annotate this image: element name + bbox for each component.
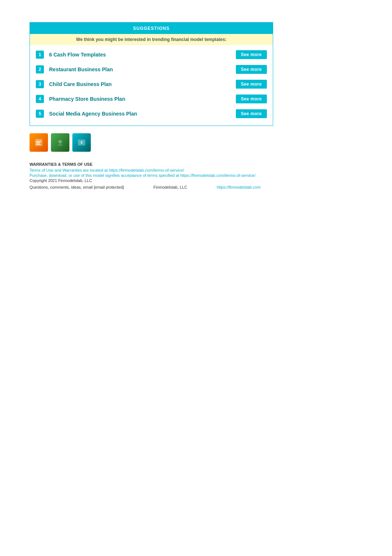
svg-point-4 [58, 140, 62, 144]
suggestions-title: SUGGESTIONS [133, 26, 169, 31]
suggestions-subtitle: We think you might be interested in tren… [30, 34, 273, 45]
see-more-button-2[interactable]: See more [236, 65, 267, 74]
svg-text:$: $ [80, 141, 82, 144]
suggestions-box: SUGGESTIONS We think you might be intere… [30, 22, 273, 126]
item-title-3: Child Care Business Plan [49, 81, 236, 87]
see-more-button-4[interactable]: See more [236, 95, 267, 103]
item-number-1: 1 [36, 51, 44, 59]
svg-rect-2 [36, 143, 40, 143]
item-title-2: Restaurant Business Plan [49, 66, 236, 72]
item-title-4: Pharmacy Store Business Plan [49, 96, 236, 102]
list-item: 5 Social Media Agency Business Plan See … [36, 106, 267, 121]
warranties-title: WARRANTIES & TERMS OF USE [30, 162, 362, 167]
thumbnail-1 [30, 133, 48, 152]
thumbnail-3: $ [72, 133, 91, 152]
terms-link-1[interactable]: Terms of Use and Warranties are located … [30, 168, 362, 172]
suggestions-list: 1 6 Cash Flow Templates See more 2 Resta… [30, 45, 273, 126]
copyright-text: Copyright 2021 Finmodelslab, LLC [30, 178, 362, 183]
list-item: 4 Pharmacy Store Business Plan See more [36, 92, 267, 106]
list-item: 3 Child Care Business Plan See more [36, 77, 267, 92]
list-item: 1 6 Cash Flow Templates See more [36, 47, 267, 62]
warranties-section: WARRANTIES & TERMS OF USE Terms of Use a… [30, 162, 362, 189]
svg-rect-3 [36, 144, 41, 145]
see-more-button-5[interactable]: See more [236, 109, 267, 118]
see-more-button-1[interactable]: See more [236, 50, 267, 59]
item-number-5: 5 [36, 110, 44, 118]
item-number-2: 2 [36, 65, 44, 73]
see-more-button-3[interactable]: See more [236, 80, 267, 89]
thumbnail-2 [51, 133, 69, 152]
company-name: Finmodelslab, LLC [154, 185, 188, 189]
item-number-3: 3 [36, 80, 44, 88]
terms-link-2[interactable]: Purchase, download, or use of this model… [30, 173, 362, 178]
item-title-1: 6 Cash Flow Templates [49, 52, 236, 58]
suggestions-header: SUGGESTIONS [30, 23, 273, 34]
contact-text: Questions, comments, ideas, email [email… [30, 185, 124, 189]
item-title-5: Social Media Agency Business Plan [49, 111, 236, 117]
website-link[interactable]: https://finmodelslab.com [217, 185, 261, 189]
list-item: 2 Restaurant Business Plan See more [36, 62, 267, 77]
footer-row: Questions, comments, ideas, email [email… [30, 185, 362, 189]
item-number-4: 4 [36, 95, 44, 103]
svg-rect-1 [36, 141, 41, 142]
page-wrapper: SUGGESTIONS We think you might be intere… [0, 0, 392, 556]
thumbnail-row: $ [30, 133, 362, 152]
